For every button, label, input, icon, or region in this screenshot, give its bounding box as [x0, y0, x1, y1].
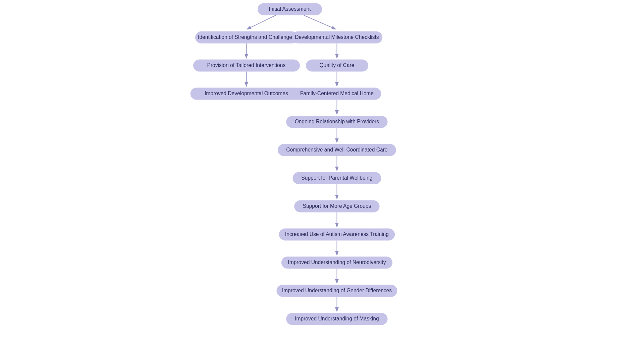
node-comprehensive-care-label: Comprehensive and Well-Coordinated Care	[286, 147, 387, 153]
node-gender-differences-label: Improved Understanding of Gender Differe…	[282, 288, 392, 293]
node-identification-label: Identification of Strengths and Challeng…	[198, 34, 295, 40]
diagram-container: Initial Assessment Identification of Str…	[0, 0, 644, 362]
node-autism-awareness-label: Increased Use of Autism Awareness Traini…	[285, 231, 389, 237]
node-provision-label: Provision of Tailored Interventions	[207, 62, 286, 68]
node-masking-label: Improved Understanding of Masking	[295, 316, 379, 321]
node-quality-care-label: Quality of Care	[319, 62, 354, 68]
node-initial-assessment-label: Initial Assessment	[269, 6, 311, 12]
svg-line-1	[304, 15, 335, 29]
node-neurodiversity-label: Improved Understanding of Neurodiversity	[288, 259, 386, 265]
node-improved-dev-label: Improved Developmental Outcomes	[205, 90, 288, 96]
node-support-parental-label: Support for Parental Wellbeing	[301, 175, 372, 181]
node-family-centered-label: Family-Centered Medical Home	[300, 90, 374, 96]
node-dev-checklists-label: Developmental Milestone Checklists	[295, 34, 379, 40]
node-ongoing-relationship-label: Ongoing Relationship with Providers	[295, 119, 379, 124]
node-support-age-label: Support for More Age Groups	[303, 203, 371, 209]
svg-line-0	[248, 15, 276, 29]
